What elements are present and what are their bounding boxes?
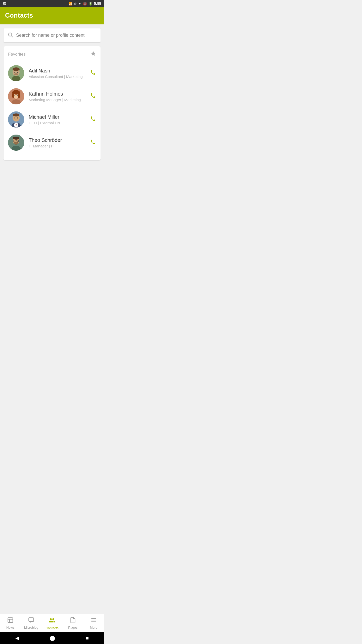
star-icon[interactable]	[90, 51, 96, 58]
svg-point-17	[17, 95, 18, 96]
avatar-michael	[8, 111, 24, 128]
phone-icon-kathrin[interactable]	[87, 93, 96, 100]
bluetooth-icon: 📶	[68, 2, 72, 6]
svg-point-29	[13, 137, 19, 140]
contact-role-kathrin: Marketing Manager | Marketing	[29, 98, 87, 102]
favorites-label: Favorites	[8, 52, 26, 57]
contact-name-adil: Adil Nasri	[29, 68, 87, 74]
contact-item-michael[interactable]: Michael Miller CEO | External EN	[8, 108, 96, 131]
battery-icon: 🔋	[88, 2, 93, 6]
svg-point-16	[14, 95, 15, 96]
signal-icon: 📵	[83, 2, 87, 6]
svg-marker-2	[91, 51, 96, 56]
page-title: Contacts	[5, 12, 33, 19]
contact-role-adil: Atlassian Consultant | Marketing	[29, 74, 87, 79]
search-input[interactable]	[16, 33, 97, 38]
contact-info-theo: Theo Schröder IT Manager | IT	[29, 137, 87, 148]
avatar-adil	[8, 65, 24, 81]
svg-point-36	[17, 141, 18, 142]
contact-role-theo: IT Manager | IT	[29, 144, 87, 148]
favorites-card: Favorites	[4, 46, 101, 160]
contact-item-adil[interactable]: Adil Nasri Atlassian Consultant | Market…	[8, 62, 96, 85]
avatar-theo	[8, 135, 24, 151]
svg-point-9	[14, 73, 18, 75]
svg-point-7	[14, 72, 15, 73]
contact-item-kathrin[interactable]: Kathrin Holmes Marketing Manager | Marke…	[8, 85, 96, 108]
svg-point-6	[13, 67, 20, 71]
svg-rect-15	[18, 93, 20, 98]
phone-icon-michael[interactable]	[87, 116, 96, 123]
search-bar[interactable]	[4, 28, 101, 42]
svg-rect-14	[12, 93, 14, 98]
favorites-header: Favorites	[8, 51, 96, 58]
svg-line-33	[13, 141, 14, 141]
svg-point-24	[14, 117, 15, 118]
svg-point-23	[13, 113, 19, 116]
app-header: Contacts	[0, 7, 104, 24]
phone-icon-theo[interactable]	[87, 139, 96, 146]
status-time: 5:55	[94, 2, 101, 6]
wifi-icon: ▼	[78, 2, 81, 6]
svg-point-35	[15, 141, 15, 142]
contact-role-michael: CEO | External EN	[29, 121, 87, 125]
svg-point-25	[17, 117, 18, 118]
avatar-kathrin	[8, 88, 24, 104]
svg-line-1	[11, 36, 13, 37]
notification-icon: 🖼	[3, 2, 6, 6]
contact-name-kathrin: Kathrin Holmes	[29, 91, 87, 97]
contact-name-michael: Michael Miller	[29, 114, 87, 120]
contact-name-theo: Theo Schröder	[29, 137, 87, 143]
svg-point-8	[17, 72, 18, 73]
svg-line-34	[19, 141, 19, 141]
svg-point-37	[14, 142, 18, 145]
contact-item-theo[interactable]: Theo Schröder IT Manager | IT	[8, 131, 96, 154]
status-bar: 🖼 📶 ⊖ ▼ 📵 🔋 5:55	[0, 0, 104, 7]
contact-info-kathrin: Kathrin Holmes Marketing Manager | Marke…	[29, 91, 87, 102]
search-icon	[8, 32, 13, 39]
contact-info-michael: Michael Miller CEO | External EN	[29, 114, 87, 125]
contact-info-adil: Adil Nasri Atlassian Consultant | Market…	[29, 68, 87, 79]
phone-icon-adil[interactable]	[87, 69, 96, 77]
dnd-icon: ⊖	[74, 2, 77, 6]
